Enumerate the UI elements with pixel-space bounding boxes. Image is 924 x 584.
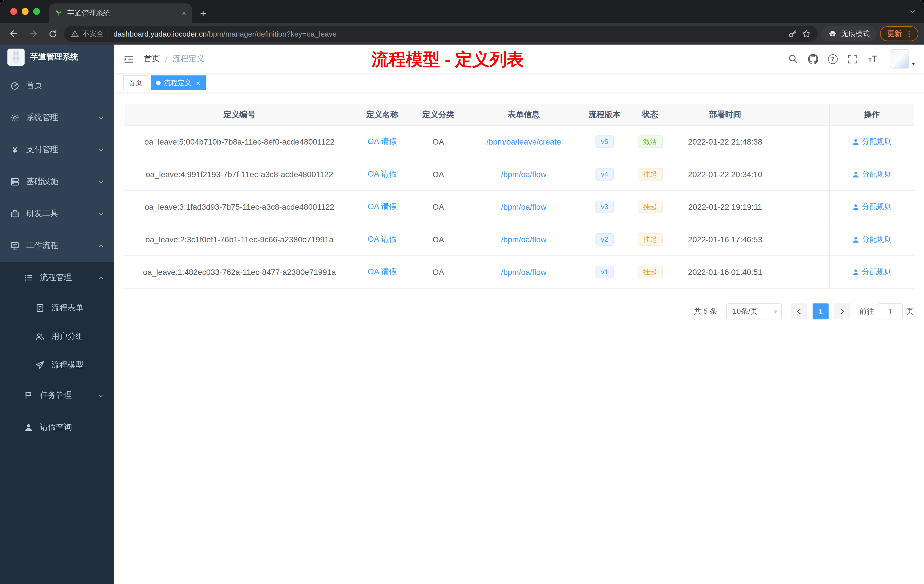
sidebar-item-label: 请假查询 xyxy=(40,422,72,432)
sidebar-item-process-model[interactable]: 流程模型 xyxy=(0,351,114,379)
fullscreen-icon[interactable] xyxy=(847,54,858,64)
prev-page-button[interactable] xyxy=(791,304,807,319)
cell-form-link[interactable]: /bpm/oa/flow xyxy=(466,191,581,223)
cell-definition-name[interactable]: OA 请假 xyxy=(354,223,410,256)
cell-form-link[interactable]: /bpm/oa/flow xyxy=(466,256,581,288)
sidebar-item-workflow[interactable]: 工作流程 xyxy=(0,230,114,262)
sidebar-item-process-form[interactable]: 流程表单 xyxy=(0,294,114,322)
user-menu[interactable]: ▾ xyxy=(890,49,915,69)
window-close-button[interactable] xyxy=(10,8,17,15)
font-size-icon[interactable] xyxy=(868,54,878,64)
app-header: 首页 / 流程定义 流程模型 - 定义列表 ? xyxy=(114,45,924,73)
tag-close-icon[interactable]: × xyxy=(196,79,200,87)
sidebar-item-label: 流程表单 xyxy=(51,303,83,313)
window-zoom-button[interactable] xyxy=(33,8,40,15)
assign-rule-button[interactable]: 分配规则 xyxy=(852,169,892,180)
tag-home[interactable]: 首页 xyxy=(124,76,147,90)
definition-table: 定义编号 定义名称 定义分类 表单信息 流程版本 状态 部署时间 操作 oa_l… xyxy=(125,104,914,289)
column-header: 定义编号 xyxy=(125,104,354,125)
sidebar-item-devtools[interactable]: 研发工具 xyxy=(0,198,114,230)
security-label: 不安全 xyxy=(82,29,104,39)
sidebar-item-user-group[interactable]: 用户分组 xyxy=(0,322,114,351)
cell-definition-id: oa_leave:4:991f2193-7b7f-11ec-a3c8-acde4… xyxy=(125,158,354,190)
browser-tab[interactable]: 芋道管理系统 × xyxy=(49,3,192,23)
table-header-row: 定义编号 定义名称 定义分类 表单信息 流程版本 状态 部署时间 操作 xyxy=(125,104,914,126)
sidebar-item-payment[interactable]: ¥ 支付管理 xyxy=(0,134,114,166)
cell-status: 挂起 xyxy=(628,223,672,256)
sidebar-item-task-management[interactable]: 任务管理 xyxy=(0,379,114,411)
status-badge: 挂起 xyxy=(637,168,663,181)
browser-tabstrip: 芋道管理系统 × + xyxy=(0,0,924,23)
security-chip[interactable]: 不安全 xyxy=(71,29,104,39)
app-logo[interactable]: 芋道管理系统 xyxy=(0,45,114,70)
cell-form-link[interactable]: /bpm/oa/flow xyxy=(466,223,581,256)
tag-process-definition[interactable]: 流程定义 × xyxy=(151,76,205,90)
sidebar-item-leave-query[interactable]: 请假查询 xyxy=(0,411,114,444)
cell-definition-name[interactable]: OA 请假 xyxy=(354,256,410,288)
status-badge: 挂起 xyxy=(637,233,663,246)
status-badge: 挂起 xyxy=(637,266,663,279)
sidebar-item-label: 系统管理 xyxy=(26,112,58,123)
password-key-icon[interactable] xyxy=(788,29,797,38)
cell-actions: 分配规则 xyxy=(829,256,914,288)
sidebar-item-label: 工作流程 xyxy=(26,241,58,251)
sidebar-item-label: 首页 xyxy=(26,81,42,91)
assign-rule-button[interactable]: 分配规则 xyxy=(852,137,892,147)
person-icon xyxy=(24,423,33,432)
gear-icon xyxy=(10,113,20,122)
header-actions: ? ▾ xyxy=(788,49,915,69)
workflow-icon xyxy=(10,241,20,250)
cell-definition-name[interactable]: OA 请假 xyxy=(354,158,410,190)
new-tab-button[interactable]: + xyxy=(200,8,206,19)
cell-category: OA xyxy=(410,223,466,256)
breadcrumb-home[interactable]: 首页 xyxy=(144,54,160,64)
page-number-current[interactable]: 1 xyxy=(813,304,828,319)
cell-form-link[interactable]: /bpm/oa/leave/create xyxy=(466,126,581,158)
list-icon xyxy=(24,273,33,282)
url-text[interactable]: dashboard.yudao.iocoder.cn/bpm/manager/d… xyxy=(114,30,337,38)
search-icon[interactable] xyxy=(788,54,798,64)
cell-definition-name[interactable]: OA 请假 xyxy=(354,191,410,223)
forward-button[interactable] xyxy=(25,26,41,42)
back-button[interactable] xyxy=(6,26,22,42)
help-icon[interactable]: ? xyxy=(828,54,838,64)
omnibox-divider xyxy=(108,29,109,38)
reload-button[interactable] xyxy=(45,26,61,42)
version-tag: v5 xyxy=(595,135,614,148)
cell-deploy-time: 2022-01-22 21:48:38 xyxy=(672,126,778,158)
tab-close-icon[interactable]: × xyxy=(182,9,186,17)
browser-menu-dots-icon[interactable]: ⋮ xyxy=(905,29,913,38)
table-row: oa_leave:3:1fad3d93-7b75-11ec-a3c8-acde4… xyxy=(125,191,914,223)
assign-rule-button[interactable]: 分配规则 xyxy=(852,267,892,277)
cell-category: OA xyxy=(410,126,466,158)
bookmark-star-icon[interactable] xyxy=(802,29,811,38)
page-content: 定义编号 定义名称 定义分类 表单信息 流程版本 状态 部署时间 操作 oa_l… xyxy=(114,93,924,584)
sidebar-item-home[interactable]: 首页 xyxy=(0,70,114,102)
cell-definition-name[interactable]: OA 请假 xyxy=(354,126,410,158)
page-annotation-title: 流程模型 - 定义列表 xyxy=(371,45,524,74)
assign-rule-button[interactable]: 分配规则 xyxy=(852,202,892,212)
sidebar-collapse-button[interactable] xyxy=(124,53,135,64)
tab-search-button[interactable] xyxy=(909,0,916,23)
pagination-total: 共 5 条 xyxy=(694,306,717,317)
breadcrumb-separator: / xyxy=(165,54,167,63)
active-tag-dot xyxy=(156,81,160,85)
next-page-button[interactable] xyxy=(834,304,850,319)
sidebar-item-infrastructure[interactable]: 基础设施 xyxy=(0,166,114,198)
cell-actions: 分配规则 xyxy=(829,191,914,223)
avatar[interactable] xyxy=(890,49,909,69)
cell-form-link[interactable]: /bpm/oa/flow xyxy=(466,158,581,190)
browser-update-menu-button[interactable]: 更新 ⋮ xyxy=(880,26,918,41)
sidebar-item-system[interactable]: 系统管理 xyxy=(0,102,114,134)
status-badge: 挂起 xyxy=(637,200,663,213)
person-icon xyxy=(852,268,859,276)
goto-page-input[interactable] xyxy=(878,304,903,319)
address-bar[interactable]: 不安全 dashboard.yudao.iocoder.cn/bpm/manag… xyxy=(64,26,818,42)
cell-category: OA xyxy=(410,191,466,223)
window-minimize-button[interactable] xyxy=(22,8,28,15)
assign-rule-button[interactable]: 分配规则 xyxy=(852,234,892,244)
sidebar-item-process-management[interactable]: 流程管理 xyxy=(0,262,114,294)
sidebar-item-label: 基础设施 xyxy=(26,177,58,187)
page-size-select[interactable]: 10条/页 ▾ xyxy=(726,304,782,319)
github-icon[interactable] xyxy=(808,54,818,64)
